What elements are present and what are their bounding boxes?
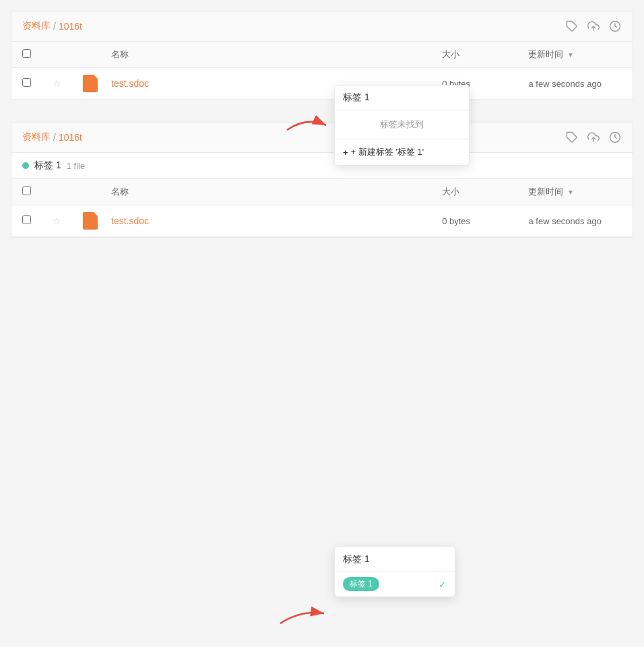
col-icon-top [72, 42, 100, 68]
breadcrumb-current-top[interactable]: 1016t [59, 21, 82, 32]
plus-icon-top: + [343, 147, 348, 158]
tag-icon-top[interactable] [565, 20, 579, 33]
upload-icon-bottom[interactable] [587, 131, 600, 144]
tag-search-input-top[interactable] [335, 86, 469, 110]
file-check-top[interactable] [11, 68, 42, 100]
col-time-header-top[interactable]: 更新时间 ▼ [517, 42, 633, 68]
file-star-top[interactable]: ☆ [42, 68, 72, 100]
star-icon-top[interactable]: ☆ [53, 78, 61, 89]
col-size-header-bottom: 大小 [431, 179, 517, 205]
tag-badge[interactable]: 标签 1 [343, 577, 379, 591]
col-icon-bottom [72, 179, 100, 205]
file-time-cell-top: a few seconds ago [517, 68, 633, 100]
tag-filter-count: 1 file [67, 161, 85, 171]
tag-filter-name[interactable]: 标签 1 [34, 160, 61, 172]
file-icon-wrap-bottom [72, 205, 100, 237]
breadcrumb-repo-bottom[interactable]: 资料库 [22, 131, 51, 143]
tag-create-option-top[interactable]: + + 新建标签 '标签 1' [335, 139, 469, 165]
col-star-top [42, 42, 72, 68]
select-all-checkbox-top[interactable] [22, 49, 31, 58]
file-check-bottom[interactable] [11, 205, 42, 237]
history-icon-top[interactable] [608, 20, 622, 33]
file-type-icon-bottom [83, 212, 98, 230]
top-dropdown-popup: 标签未找到 + + 新建标签 '标签 1' [334, 85, 470, 166]
top-panel-header: 资料库 / 1016t [11, 11, 633, 42]
upload-icon-top[interactable] [587, 20, 600, 33]
file-row-bottom: ☆ test.sdoc 0 bytes a few seconds ago [11, 205, 633, 237]
history-icon-bottom[interactable] [608, 131, 622, 144]
col-size-header-top: 大小 [431, 42, 517, 68]
file-table-bottom: 名称 大小 更新时间 ▼ [11, 179, 633, 237]
file-checkbox-bottom[interactable] [22, 215, 31, 224]
col-star-bottom [42, 179, 72, 205]
tag-popup-title: 标签 1 [335, 547, 455, 572]
file-star-bottom[interactable]: ☆ [42, 205, 72, 237]
bottom-arrow-indicator [273, 600, 334, 632]
star-icon-bottom[interactable]: ☆ [53, 215, 61, 226]
file-time-bottom: a few seconds ago [528, 216, 601, 226]
file-name-cell-bottom: test.sdoc [100, 205, 431, 237]
breadcrumb-bottom: 资料库 / 1016t [22, 131, 82, 143]
col-check-top[interactable] [11, 42, 42, 68]
tag-check-icon: ✓ [439, 579, 447, 590]
file-size-bottom: 0 bytes [442, 216, 470, 226]
file-row-top: ☆ test.sdoc 0 bytes a few seconds ago [11, 68, 633, 100]
file-icon-wrap-top [72, 68, 100, 100]
sort-icon-top: ▼ [567, 51, 574, 59]
file-time-cell-bottom: a few seconds ago [517, 205, 633, 237]
select-all-checkbox-bottom[interactable] [22, 186, 31, 195]
col-time-header-bottom[interactable]: 更新时间 ▼ [517, 179, 633, 205]
file-table-top: 名称 大小 更新时间 ▼ [11, 42, 633, 100]
breadcrumb-top: 资料库 / 1016t [22, 20, 82, 32]
file-type-icon-top [83, 75, 98, 92]
breadcrumb-sep-bottom: / [53, 132, 56, 143]
file-name-link-top[interactable]: test.sdoc [111, 78, 149, 89]
create-label-top: + 新建标签 '标签 1' [351, 146, 424, 158]
top-arrow-indicator [280, 113, 334, 142]
breadcrumb-current-bottom[interactable]: 1016t [59, 132, 82, 143]
tag-icon-bottom[interactable] [565, 131, 579, 144]
tag-filter-bar: 标签 1 1 file [11, 153, 633, 179]
file-name-link-bottom[interactable]: test.sdoc [111, 215, 149, 226]
file-checkbox-top[interactable] [22, 78, 31, 87]
file-time-top: a few seconds ago [528, 79, 601, 89]
tag-dot [22, 162, 29, 169]
bottom-tag-popup: 标签 1 标签 1 ✓ [334, 546, 455, 597]
header-icons-top [565, 20, 622, 33]
tag-empty-text-top: 标签未找到 [335, 110, 469, 139]
col-name-header-top: 名称 [100, 42, 431, 68]
col-check-bottom[interactable] [11, 179, 42, 205]
header-icons-bottom [565, 131, 622, 144]
breadcrumb-sep-top: / [53, 21, 56, 32]
breadcrumb-repo-top[interactable]: 资料库 [22, 20, 51, 32]
file-size-cell-bottom: 0 bytes [431, 205, 517, 237]
sort-icon-bottom: ▼ [567, 189, 574, 196]
col-name-header-bottom: 名称 [100, 179, 431, 205]
tag-popup-item[interactable]: 标签 1 ✓ [335, 572, 455, 597]
